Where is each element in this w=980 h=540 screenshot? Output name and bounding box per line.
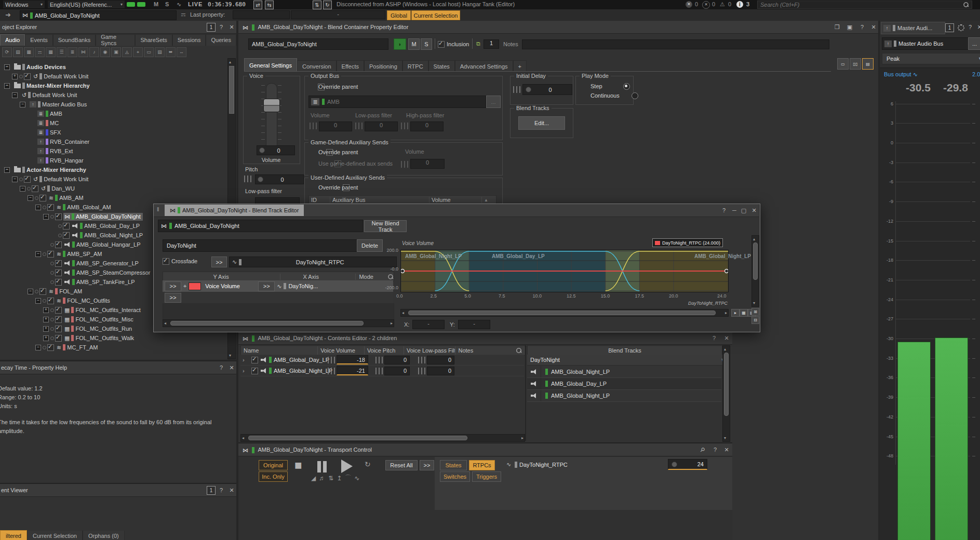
help-icon[interactable]: ? <box>720 206 728 214</box>
expand-toggle[interactable]: + <box>43 317 49 322</box>
tab-sessions[interactable]: Sessions <box>172 34 206 46</box>
expand-toggle[interactable]: − <box>4 167 10 173</box>
properties-icon[interactable]: ⚎ <box>35 47 45 57</box>
close-icon[interactable]: ✕ <box>722 334 731 342</box>
current-selection-button[interactable]: Current Selection <box>411 10 460 20</box>
blend-track-item-1[interactable]: AMB_Global_Day_LP <box>527 378 721 390</box>
graph-hscrollbar[interactable]: ◂ ▸ <box>400 309 729 317</box>
loop-icon[interactable]: ↻ <box>365 460 371 468</box>
include-checkbox[interactable] <box>47 204 54 211</box>
row-chevrons-button[interactable]: >> <box>165 281 181 291</box>
voice-color-button[interactable]: ◗ <box>394 38 406 50</box>
close-icon[interactable]: ✕ <box>869 23 878 31</box>
list-view-icon[interactable]: ☰ <box>57 47 66 57</box>
graph-vscrollbar[interactable]: ▴ ▾ <box>751 235 759 307</box>
crossfade-chevrons-button[interactable]: >> <box>211 256 227 267</box>
include-checkbox[interactable] <box>24 73 31 80</box>
tree-item-default-work-unit[interactable]: −↺Default Work Unit <box>0 90 227 100</box>
property-tab-conversion[interactable]: Conversion <box>297 60 337 72</box>
x-coord-field[interactable]: - <box>412 320 445 329</box>
expand-toggle[interactable]: − <box>4 83 10 89</box>
capture-toggle[interactable] <box>127 2 135 7</box>
include-checkbox[interactable] <box>47 251 54 258</box>
speaker-icon[interactable]: ♬ <box>319 475 325 482</box>
column-header-voice-pitch[interactable]: Voice Pitch <box>365 346 404 355</box>
pin-view-icon[interactable]: 1 <box>945 23 954 32</box>
live-button[interactable]: LIVE <box>188 1 203 7</box>
current-object-box[interactable]: ⋈ AMB_Global_DayToNight <box>20 10 177 20</box>
initial-delay-field[interactable]: 0 <box>522 84 572 95</box>
column-header-name[interactable]: Name <box>241 346 318 355</box>
object-name-field[interactable]: AMB_Global_DayToNight <box>248 38 388 50</box>
crossfade-checkbox[interactable] <box>163 258 169 265</box>
tree-item-rvb-ext[interactable]: ↑RVB_Ext <box>0 146 227 156</box>
maximize-icon[interactable]: ▢ <box>740 206 748 214</box>
table-row-amb-global-day-lp[interactable]: ›AMB_Global_Day_LP-1800 <box>240 355 524 366</box>
expand-toggle[interactable]: − <box>20 186 25 192</box>
pin-view-icon[interactable]: 1 <box>207 23 216 32</box>
help-icon[interactable]: ? <box>711 446 719 454</box>
chevrons-button[interactable]: >> <box>420 460 434 470</box>
help-icon[interactable]: ? <box>217 486 225 494</box>
help-icon[interactable]: ? <box>858 23 866 31</box>
help-icon[interactable]: ? <box>966 23 974 31</box>
value-knob[interactable] <box>259 147 265 153</box>
y-coord-field[interactable]: - <box>458 320 490 329</box>
expand-toggle[interactable]: + <box>43 335 49 341</box>
volume-sliders-icon[interactable] <box>328 357 335 363</box>
pin-icon[interactable]: ⚲ <box>697 444 709 456</box>
include-checkbox[interactable] <box>55 326 62 332</box>
track-table-hscrollbar[interactable]: ◂ ▸ <box>163 319 394 327</box>
minimize-icon[interactable]: ─ <box>730 206 739 214</box>
stop-button[interactable]: ■ <box>294 458 302 473</box>
bus-hpf-field[interactable]: 0 <box>410 122 444 131</box>
voice-lpf-field[interactable]: 0 <box>427 367 454 375</box>
reset-all-button[interactable]: Reset All <box>385 460 418 470</box>
solo-button[interactable]: S <box>421 38 432 50</box>
column-header-voice-volume[interactable]: Voice Volume <box>318 346 365 355</box>
last-property-value[interactable]: - <box>291 10 385 19</box>
pitch-sliders-icon[interactable] <box>375 357 383 363</box>
property-tab-rtpc[interactable]: RTPC <box>402 60 428 72</box>
tab-soundbanks[interactable]: SoundBanks <box>53 34 96 46</box>
track-search-icon[interactable] <box>388 274 393 279</box>
track-row-empty[interactable]: >> <box>163 292 393 304</box>
meter-icon[interactable]: ⇅ <box>328 475 333 482</box>
layout-stacked-button[interactable]: ▤ <box>862 58 874 70</box>
help-icon[interactable]: ? <box>710 334 718 342</box>
arc-icon[interactable]: ⌒ <box>345 474 351 482</box>
bus-lpf-field[interactable]: 0 <box>365 122 398 131</box>
edit-blend-tracks-button[interactable]: Edit... <box>518 116 565 130</box>
blend-icon[interactable]: ⋈ <box>78 47 88 57</box>
ramp-icon[interactable]: ◢ <box>311 475 316 482</box>
attenuation-icon[interactable]: ▭ <box>144 47 154 57</box>
remote-connect-icon[interactable]: ⇄ <box>253 1 262 9</box>
remote-sync-icon[interactable]: ⇆ <box>265 1 274 9</box>
tree-item-actor-mixer-hierarchy[interactable]: −Actor-Mixer Hierarchy <box>0 165 227 174</box>
tree-item-amb-am[interactable]: −≋AMB_AM <box>0 193 227 203</box>
voice-lpf-field[interactable]: 0 <box>427 356 454 365</box>
include-checkbox[interactable] <box>55 316 62 323</box>
meter-bus-field[interactable]: ↑ Master Audio Bus <box>882 37 969 50</box>
bus-volume-field[interactable]: 0 <box>319 122 352 131</box>
rtpc-icon[interactable]: ⌖ <box>133 47 143 57</box>
inclusion-checkbox[interactable] <box>438 41 445 48</box>
voice-volume-field[interactable]: -21 <box>337 366 368 375</box>
abort-icon[interactable]: ✕ <box>702 1 710 9</box>
original-button[interactable]: Original <box>259 460 288 470</box>
tree-item-sfx[interactable]: ≣SFX <box>0 128 227 137</box>
include-checkbox[interactable] <box>55 241 62 248</box>
include-checkbox[interactable] <box>55 307 62 314</box>
play-mode-step-radio[interactable] <box>623 83 630 90</box>
tree-item-master-audio-bus[interactable]: −↑Master Audio Bus <box>0 100 227 109</box>
switch-icon[interactable]: ◬ <box>122 47 132 57</box>
expand-toggle[interactable]: − <box>28 195 33 201</box>
crossfade-rtpc-field[interactable]: ∿ DayToNight_RTPC <box>229 256 397 267</box>
voice-volume-field[interactable]: 0 <box>257 145 295 155</box>
error-icon[interactable]: ✕ <box>686 1 692 8</box>
playback-limit-field[interactable]: 1 <box>484 39 499 49</box>
include-checkbox[interactable] <box>55 269 62 276</box>
column-header-voice-low-pass-filter[interactable]: Voice Low-pass Filter <box>404 346 455 355</box>
tree-item-mc-ft-am[interactable]: −≋MC_FT_AM <box>0 343 227 352</box>
game-aux-volume-field[interactable]: 0 <box>410 159 445 169</box>
